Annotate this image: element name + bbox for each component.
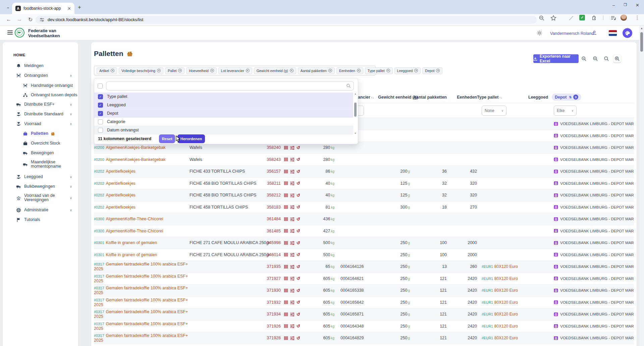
sliders-icon[interactable] [290, 217, 294, 221]
barcode-icon[interactable] [284, 300, 288, 304]
column-option-categorie[interactable]: Categorie [94, 118, 353, 126]
checkbox[interactable]: ✓ [98, 103, 103, 108]
table-row[interactable]: #0202AperitiefkoekjesFICHE 458 TORTILLAS… [94, 201, 634, 214]
filter-chip-artikel[interactable]: Artikel✕ [97, 67, 117, 74]
barcode-icon[interactable] [284, 265, 288, 269]
column-search-input[interactable] [106, 81, 354, 91]
history-icon[interactable]: ↺ [297, 205, 300, 209]
sidebar-item-voorraad-van-de-verenigingen[interactable]: Voorraad van de Verenigingen∨ [3, 193, 78, 203]
history-icon[interactable]: ↺ [297, 300, 300, 304]
barcode-icon[interactable] [284, 157, 288, 162]
filter-chip-hoeveelheid[interactable]: Hoeveelheid✕ [186, 67, 216, 74]
sliders-icon[interactable] [290, 169, 294, 174]
table-row[interactable]: #0317Gemalen fairtradekoffie 100% arabic… [94, 332, 634, 344]
browser-tab[interactable]: A foodbanks-stock-app ✕ [12, 3, 74, 14]
user-menu[interactable]: Vandermeersch Roland [550, 31, 594, 36]
table-row[interactable]: #0202AperitiefkoekjesFICHE 433 TORTILLA … [94, 166, 634, 178]
checkbox[interactable] [98, 119, 103, 124]
barcode-icon[interactable] [284, 146, 288, 150]
barcode-icon[interactable] [284, 241, 288, 245]
history-icon[interactable]: ↺ [297, 217, 300, 221]
filter-chip-leeggoed[interactable]: Leeggoed✕ [394, 67, 421, 74]
sliders-icon[interactable] [290, 241, 294, 245]
tab-close-icon[interactable]: ✕ [67, 6, 71, 11]
barcode-icon[interactable] [284, 229, 288, 233]
filter-depot-select[interactable]: Elke∨ [554, 106, 577, 116]
column-option-datum-ontvangst[interactable]: Datum ontvangst [94, 126, 353, 134]
search-icon[interactable] [603, 55, 610, 62]
select-all-checkbox[interactable] [98, 83, 103, 89]
barcode-icon[interactable] [284, 205, 288, 209]
sidebar-item-bulkbewegingen[interactable]: Bulkbewegingen∨ [3, 182, 78, 191]
sidebar-item-tutorials[interactable]: Tutorials [3, 215, 78, 224]
history-icon[interactable]: ↺ [297, 169, 300, 174]
history-icon[interactable]: ↺ [297, 252, 300, 257]
chip-remove-icon[interactable]: ✕ [111, 69, 114, 72]
barcode-icon[interactable] [284, 336, 288, 340]
table-row[interactable]: #0300AlgemeenKoffie-Thee-Chicorei361484↺… [94, 213, 634, 225]
table-row[interactable]: #0317Gemalen fairtradekoffie 100% arabic… [94, 261, 634, 273]
sliders-icon[interactable] [290, 205, 294, 209]
filter-type-pallet-select[interactable]: None∨ [482, 106, 506, 116]
filter-chip-volledige-beschrijving[interactable]: Volledige beschrijving✕ [119, 67, 163, 74]
depot-header-pill[interactable]: Depot⇅3 [552, 94, 581, 101]
filter-chip-eenheden[interactable]: Eenheden✕ [336, 67, 363, 74]
table-row[interactable]: #0301Koffie in granen of gemalenFICHE 27… [94, 249, 634, 261]
table-row[interactable]: #0200AlgemeenKoekjes-BanketgebakWafels35… [94, 154, 634, 166]
sliders-icon[interactable] [290, 312, 294, 316]
filter-chip-aantal-pakketten[interactable]: Aantal pakketten✕ [298, 67, 335, 74]
extension-wand-icon[interactable] [568, 15, 574, 21]
column-header-aantal-pakketten[interactable]: Aantal pakketten [410, 95, 447, 100]
table-row[interactable]: #0202AperitiefkoekjesFICHE 458 BIO TORTI… [94, 178, 634, 190]
dropdown-scrollbar-thumb[interactable] [354, 103, 357, 117]
barcode-icon[interactable] [284, 324, 288, 328]
barcode-icon[interactable] [284, 276, 288, 281]
table-row[interactable]: #0317Gemalen fairtradekoffie 100% arabic… [94, 321, 634, 333]
sliders-icon[interactable] [290, 300, 294, 304]
sliders-icon[interactable] [290, 252, 294, 257]
chip-remove-icon[interactable]: ✕ [157, 69, 161, 72]
chip-remove-icon[interactable]: ✕ [290, 69, 293, 72]
bookmark-star-icon[interactable] [550, 15, 556, 21]
reload-button[interactable]: ↻ [28, 16, 33, 23]
column-option-leeggoed[interactable]: ✓Leeggoed [94, 101, 353, 109]
person-icon[interactable] [592, 30, 597, 36]
chip-remove-icon[interactable]: ✕ [386, 69, 390, 72]
sidebar-item-maandelijkse-momentopname[interactable]: Maandelijkse momentopname [3, 160, 78, 169]
minimize-button[interactable]: – [612, 3, 615, 8]
sliders-icon[interactable] [290, 324, 294, 328]
media-playlist-icon[interactable] [610, 15, 616, 21]
column-header-gewicht-eenheid-g-[interactable]: Gewicht eenheid (g) [378, 95, 410, 100]
checkbox[interactable] [98, 128, 103, 133]
reset-button[interactable]: Reset [159, 134, 175, 143]
column-multiselect[interactable]: Artikel✕Volledige beschrijving✕Pallet✕Ho… [94, 66, 376, 75]
sidebar-item-administratie[interactable]: Administratie∨ [3, 205, 78, 215]
table-row[interactable]: #0202AperitiefkoekjesFICHE 458 BIO TORTI… [94, 189, 634, 201]
history-icon[interactable]: ↺ [297, 229, 300, 233]
sidebar-item-bewegingen[interactable]: Bewegingen [3, 148, 78, 158]
extensions-puzzle-icon[interactable] [591, 15, 597, 21]
column-header-eenheden[interactable]: Eenheden [447, 95, 477, 100]
close-button[interactable]: ✕ [636, 3, 639, 8]
column-header-depot[interactable]: Depot⇅3 [549, 94, 634, 101]
table-row[interactable]: #0317Gemalen fairtradekoffie 100% arabic… [94, 308, 634, 321]
sidebar-item-meldingen[interactable]: Meldingen [3, 61, 78, 70]
column-option-type-pallet[interactable]: ✓Type pallet [94, 93, 353, 101]
zoom-out-icon[interactable] [580, 55, 588, 62]
sidebar-item-ontvangst-tussen-depots[interactable]: Ontvangst tussen depots [3, 90, 78, 100]
filter-chip-lot-leverancier[interactable]: Lot leverancier✕ [218, 67, 252, 74]
sidebar-item-voorraad[interactable]: Voorraad∧ [3, 119, 78, 128]
zoom-page-icon[interactable] [539, 15, 545, 21]
sidebar-item-ontvangsten[interactable]: Ontvangsten∧ [3, 71, 78, 80]
history-icon[interactable]: ↺ [297, 265, 300, 269]
maximize-button[interactable]: ❐ [624, 3, 627, 8]
chip-remove-icon[interactable]: ✕ [178, 69, 182, 72]
chip-remove-icon[interactable]: ✕ [414, 69, 418, 72]
hamburger-menu-icon[interactable] [7, 31, 13, 35]
history-icon[interactable]: ↺ [297, 324, 300, 328]
forward-button[interactable]: → [17, 16, 22, 22]
new-tab-button[interactable]: + [78, 4, 81, 11]
checkbox[interactable]: ✓ [98, 94, 103, 99]
sidebar-item-distributie-standaard[interactable]: Distributie Standaard∨ [3, 109, 78, 119]
chip-remove-icon[interactable]: ✕ [246, 69, 250, 72]
